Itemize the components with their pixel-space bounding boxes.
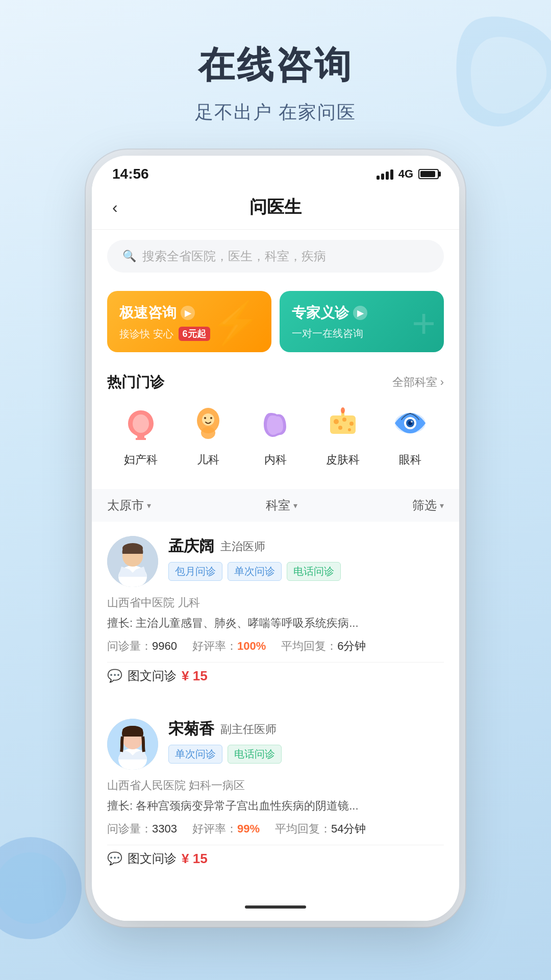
chat-icon-1: 💬 bbox=[107, 851, 122, 866]
doctor-tags-0: 包月问诊 单次问诊 电话问诊 bbox=[168, 562, 444, 581]
fast-consult-price: 6元起 bbox=[179, 327, 210, 341]
doctor-stats-0: 问诊量：9960 好评率：100% 平均回复：6分钟 bbox=[107, 639, 444, 654]
doctor-title-1: 副主任医师 bbox=[220, 722, 277, 737]
page-main-title: 在线咨询 bbox=[0, 41, 551, 90]
svg-point-2 bbox=[133, 414, 149, 433]
hot-dept-header: 热门门诊 全部科室 › bbox=[92, 362, 459, 400]
doctor-name-row-1: 宋菊香 副主任医师 bbox=[168, 719, 444, 740]
filter-screen-label: 筛选 bbox=[412, 497, 437, 513]
status-time: 14:56 bbox=[112, 166, 149, 182]
doctor-card-0[interactable]: 孟庆阔 主治医师 包月问诊 单次问诊 电话问诊 山西省中医院 儿科 擅长: 主治… bbox=[92, 522, 459, 698]
svg-point-6 bbox=[210, 417, 212, 419]
chat-icon-0: 💬 bbox=[107, 669, 122, 683]
filter-dept[interactable]: 科室 ▾ bbox=[266, 497, 297, 513]
doctor-hospital-1: 山西省人民医院 妇科一病区 bbox=[107, 778, 444, 793]
status-icons: 4G bbox=[377, 167, 439, 181]
doctor-card-1[interactable]: 宋菊香 副主任医师 单次问诊 电话问诊 山西省人民医院 妇科一病区 擅长: 各种… bbox=[92, 704, 459, 881]
consult-type-1: 图文问诊 bbox=[128, 850, 177, 867]
doctor-name-row-0: 孟庆阔 主治医师 bbox=[168, 536, 444, 557]
filter-dept-arrow: ▾ bbox=[293, 501, 297, 510]
internal-label: 内科 bbox=[264, 452, 287, 468]
stat-consult-0: 问诊量：9960 bbox=[107, 639, 177, 654]
doctor-avatar-1 bbox=[107, 719, 158, 770]
doctor-top-1: 宋菊香 副主任医师 单次问诊 电话问诊 bbox=[107, 719, 444, 770]
svg-point-15 bbox=[341, 407, 345, 413]
stat-consult-1: 问诊量：3303 bbox=[107, 821, 177, 837]
filter-city-label: 太原市 bbox=[107, 497, 144, 513]
fast-consult-banner[interactable]: 极速咨询 ▶ 接诊快 安心 6元起 ⚡ bbox=[107, 291, 271, 352]
filter-dept-label: 科室 bbox=[266, 497, 290, 513]
ophthalmology-icon bbox=[387, 400, 433, 446]
phone-mockup: 14:56 4G ‹ 问医生 🔍 搜索 bbox=[92, 156, 459, 921]
status-bar: 14:56 4G bbox=[92, 156, 459, 187]
expert-consult-banner[interactable]: 专家义诊 ▶ 一对一在线咨询 + bbox=[280, 291, 444, 352]
dept-item-pediatrics[interactable]: 儿科 bbox=[185, 400, 231, 468]
svg-point-20 bbox=[411, 421, 413, 423]
svg-point-10 bbox=[342, 418, 346, 422]
svg-point-12 bbox=[338, 426, 342, 430]
doctor-tag-0-2: 电话问诊 bbox=[287, 562, 341, 581]
stat-reply-1: 平均回复：54分钟 bbox=[275, 821, 366, 837]
signal-icon bbox=[377, 168, 393, 180]
search-section: 🔍 搜索全省医院，医生，科室，疾病 bbox=[92, 230, 459, 283]
bolt-decoration: ⚡ bbox=[210, 299, 261, 347]
doctor-info-0: 孟庆阔 主治医师 包月问诊 单次问诊 电话问诊 bbox=[168, 536, 444, 581]
nav-title: 问医生 bbox=[249, 195, 302, 219]
doctor-specialty-1: 擅长: 各种宫颈病变异常子宫出血性疾病的阴道镜... bbox=[107, 797, 444, 814]
doctor-list: 孟庆阔 主治医师 包月问诊 单次问诊 电话问诊 山西省中医院 儿科 擅长: 主治… bbox=[92, 522, 459, 897]
doctor-tag-0-0: 包月问诊 bbox=[168, 562, 222, 581]
gynecology-label: 妇产科 bbox=[124, 452, 158, 468]
filter-city[interactable]: 太原市 ▾ bbox=[107, 497, 151, 513]
dept-item-dermatology[interactable]: 皮肤科 bbox=[320, 400, 366, 468]
search-icon: 🔍 bbox=[122, 250, 136, 263]
stat-reply-0: 平均回复：6分钟 bbox=[281, 639, 366, 654]
page-header: 在线咨询 足不出户 在家问医 bbox=[0, 0, 551, 145]
network-label: 4G bbox=[398, 167, 413, 181]
home-indicator bbox=[92, 897, 459, 921]
doctor-hospital-0: 山西省中医院 儿科 bbox=[107, 595, 444, 610]
consult-price-1: ¥ 15 bbox=[182, 851, 208, 867]
svg-point-7 bbox=[201, 427, 215, 439]
battery-icon bbox=[418, 169, 439, 179]
filter-screen[interactable]: 筛选 ▾ bbox=[412, 497, 444, 513]
phone-wrapper: 14:56 4G ‹ 问医生 🔍 搜索 bbox=[0, 145, 551, 951]
doctor-avatar-0 bbox=[107, 536, 158, 587]
doctor-tag-0-1: 单次问诊 bbox=[228, 562, 282, 581]
dept-item-ophthalmology[interactable]: 眼科 bbox=[387, 400, 433, 468]
pediatrics-icon bbox=[185, 400, 231, 446]
doctor-top-0: 孟庆阔 主治医师 包月问诊 单次问诊 电话问诊 bbox=[107, 536, 444, 587]
stat-rate-1: 好评率：99% bbox=[192, 821, 260, 837]
search-bar[interactable]: 🔍 搜索全省医院，医生，科室，疾病 bbox=[107, 240, 444, 273]
stat-rate-0: 好评率：100% bbox=[192, 639, 266, 654]
doctor-tags-1: 单次问诊 电话问诊 bbox=[168, 745, 444, 764]
ophthalmology-label: 眼科 bbox=[399, 452, 421, 468]
consult-type-0: 图文问诊 bbox=[128, 668, 177, 684]
doctor-stats-1: 问诊量：3303 好评率：99% 平均回复：54分钟 bbox=[107, 821, 444, 837]
nav-bar: ‹ 问医生 bbox=[92, 187, 459, 230]
consult-btn-row-1: 💬 图文问诊 ¥ 15 bbox=[107, 845, 444, 867]
consult-btn-row-0: 💬 图文问诊 ¥ 15 bbox=[107, 662, 444, 684]
svg-point-13 bbox=[348, 428, 351, 431]
doctor-tag-1-1: 电话问诊 bbox=[228, 745, 282, 764]
pediatrics-label: 儿科 bbox=[197, 452, 219, 468]
dermatology-label: 皮肤科 bbox=[326, 452, 360, 468]
banner-section: 极速咨询 ▶ 接诊快 安心 6元起 ⚡ 专家义诊 ▶ 一对一在线咨询 + bbox=[92, 283, 459, 362]
expert-consult-title: 专家义诊 ▶ bbox=[292, 303, 432, 323]
gynecology-icon bbox=[118, 400, 164, 446]
doctor-title-0: 主治医师 bbox=[220, 539, 265, 554]
doctor-info-1: 宋菊香 副主任医师 单次问诊 电话问诊 bbox=[168, 719, 444, 764]
fast-consult-arrow: ▶ bbox=[181, 306, 195, 320]
doctor-name-1: 宋菊香 bbox=[168, 719, 214, 740]
back-button[interactable]: ‹ bbox=[112, 198, 118, 217]
home-bar bbox=[245, 905, 306, 909]
plus-decoration: + bbox=[412, 300, 436, 347]
dermatology-icon bbox=[320, 400, 366, 446]
search-placeholder-text: 搜索全省医院，医生，科室，疾病 bbox=[142, 248, 326, 264]
doctor-tag-1-0: 单次问诊 bbox=[168, 745, 222, 764]
expert-consult-arrow: ▶ bbox=[353, 306, 367, 320]
dept-item-internal[interactable]: 内科 bbox=[253, 400, 298, 468]
all-dept-link[interactable]: 全部科室 › bbox=[392, 375, 444, 390]
consult-price-0: ¥ 15 bbox=[182, 668, 208, 684]
hot-dept-title: 热门门诊 bbox=[107, 373, 164, 392]
dept-item-gynecology[interactable]: 妇产科 bbox=[118, 400, 164, 468]
